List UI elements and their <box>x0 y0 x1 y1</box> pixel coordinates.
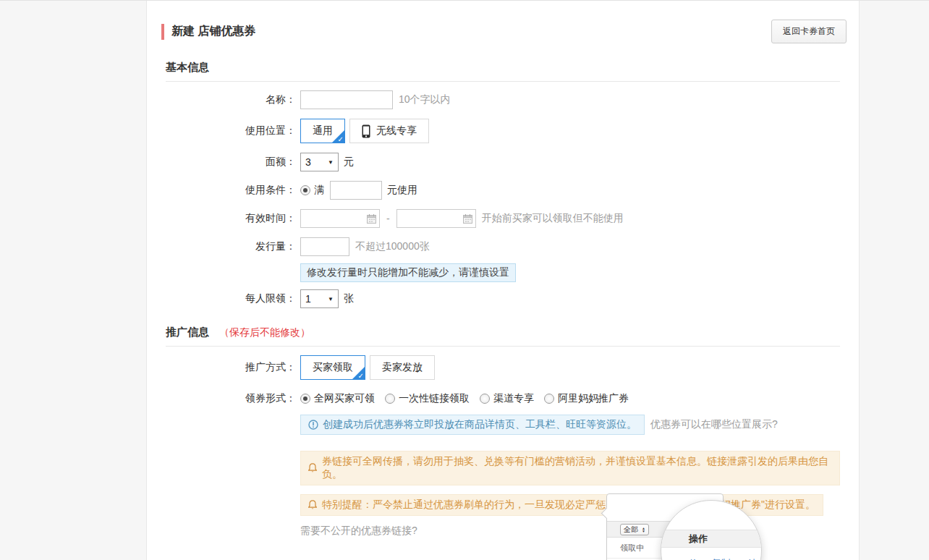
condition-suffix: 元使用 <box>387 184 417 197</box>
issue-count-input[interactable] <box>300 237 349 256</box>
issue-count-hint: 不超过100000张 <box>355 240 430 253</box>
basic-info-form: 名称： 10个字以内 使用位置： 通用 ✓ 无线专享 面额： 3 ▼ <box>147 82 859 308</box>
page-header: 新建 店铺优惠券 返回卡券首页 <box>147 1 859 43</box>
method-buyer-claim-toggle[interactable]: 买家领取 ✓ <box>300 355 365 380</box>
valid-time-label: 有效时间： <box>166 212 296 225</box>
claim-onetime-link-label: 一次性链接领取 <box>399 392 470 405</box>
preview-copy-link: 复制链接 <box>712 557 739 560</box>
claim-channel-radio[interactable] <box>480 394 490 404</box>
magnifier-column-header: 操作 <box>661 530 761 548</box>
bell-icon <box>308 463 317 473</box>
calendar-icon <box>367 213 376 226</box>
limit-unit: 张 <box>344 292 354 305</box>
condition-row: 使用条件： 满 元使用 <box>166 181 840 200</box>
name-hint: 10个字以内 <box>399 93 451 106</box>
issue-count-row: 发行量： 不超过100000张 <box>166 237 840 256</box>
condition-man-label: 满 <box>314 184 324 197</box>
promo-method-label: 推广方式： <box>166 361 296 374</box>
position-general-label: 通用 <box>313 124 333 137</box>
per-person-limit-select[interactable]: 1 ▼ <box>300 289 339 308</box>
position-wireless-label: 无线专享 <box>376 124 417 137</box>
magnifier-links: 修改 复制链接 结束 <box>661 548 761 560</box>
info-tip-box: 创建成功后优惠券将立即投放在商品详情页、工具栏、旺旺等资源位。 <box>300 415 645 435</box>
preview-filter-value: 全部 <box>624 525 638 535</box>
name-label: 名称： <box>166 93 296 106</box>
method-seller-send-label: 卖家发放 <box>382 361 423 374</box>
amount-select[interactable]: 3 ▼ <box>300 153 339 171</box>
per-person-limit-row: 每人限领： 1 ▼ 张 <box>166 289 840 308</box>
title-accent-bar <box>161 24 164 40</box>
position-wireless-toggle[interactable]: 无线专享 <box>349 119 429 143</box>
back-to-cards-home-button[interactable]: 返回卡券首页 <box>771 20 847 43</box>
position-general-toggle[interactable]: 通用 ✓ <box>300 119 345 143</box>
claim-alimama-radio[interactable] <box>544 394 554 404</box>
calendar-icon <box>463 213 472 226</box>
promotion-info-title: 推广信息 <box>166 326 209 339</box>
claim-type-row: 领券形式： 全网买家可领 一次性链接领取 渠道专享 阿里妈妈推广券 <box>166 392 840 405</box>
preview-end-link: 结束 <box>748 557 762 560</box>
amount-unit: 元 <box>344 156 354 169</box>
claim-onetime-link-radio[interactable] <box>385 394 395 404</box>
check-icon: ✓ <box>338 136 344 143</box>
warning-link-row: 券链接可全网传播，请勿用于抽奖、兑换等有门槛的营销活动，并谨慎设置基本信息。链接… <box>166 451 840 485</box>
claim-type-label: 领券形式： <box>166 392 296 405</box>
preview-filter-select: 全部 ▲▼ <box>620 524 649 535</box>
info-circle-icon <box>308 420 318 430</box>
amount-value: 3 <box>305 156 311 168</box>
select-updown-icon: ▲▼ <box>642 527 645 533</box>
claim-all-buyers-label: 全网买家可领 <box>314 392 375 405</box>
issue-count-label: 发行量： <box>166 240 296 253</box>
warning-link-box: 券链接可全网传播，请勿用于抽奖、兑换等有门槛的营销活动，并谨慎设置基本信息。链接… <box>300 451 840 485</box>
check-icon: ✓ <box>358 373 364 380</box>
info-tip-text: 创建成功后优惠券将立即投放在商品详情页、工具栏、旺旺等资源位。 <box>323 418 637 431</box>
warning-link-text: 券链接可全网传播，请勿用于抽奖、兑换等有门槛的营销活动，并谨慎设置基本信息。链接… <box>322 455 832 481</box>
preview-modify-link: 修改 <box>689 557 703 560</box>
amount-label: 面额： <box>166 156 296 169</box>
issue-notice: 修改发行量时只能增加不能减少，请谨慎设置 <box>300 263 516 282</box>
claim-channel-label: 渠道专享 <box>493 392 534 405</box>
use-position-label: 使用位置： <box>166 124 296 137</box>
use-position-row: 使用位置： 通用 ✓ 无线专享 <box>166 119 840 143</box>
coupon-create-panel: 新建 店铺优惠券 返回卡券首页 基本信息 名称： 10个字以内 使用位置： 通用… <box>146 1 860 560</box>
basic-info-title: 基本信息 <box>166 61 209 75</box>
name-row: 名称： 10个字以内 <box>166 90 840 109</box>
claim-all-buyers-radio[interactable] <box>300 394 310 404</box>
amount-row: 面额： 3 ▼ 元 <box>166 153 840 171</box>
method-seller-send-toggle[interactable]: 卖家发放 <box>370 355 435 380</box>
condition-radio[interactable] <box>300 185 310 195</box>
date-range-separator: - <box>386 213 390 224</box>
issue-notice-row: 修改发行量时只能增加不能减少，请谨慎设置 <box>166 263 840 282</box>
bell-icon <box>308 500 317 510</box>
method-buyer-claim-label: 买家领取 <box>313 361 353 374</box>
promotion-info-note: （保存后不能修改） <box>219 326 310 339</box>
private-link-question[interactable]: 需要不公开的优惠券链接? <box>300 525 417 538</box>
limit-value: 1 <box>305 293 311 305</box>
phone-icon <box>362 124 370 138</box>
condition-label: 使用条件： <box>166 184 296 197</box>
valid-time-row: 有效时间： - 开始前买家可以领取但不能使用 <box>166 209 840 228</box>
condition-amount-input[interactable] <box>330 181 382 200</box>
valid-time-hint: 开始前买家可以领取但不能使用 <box>482 212 624 225</box>
page-title: 新建 店铺优惠券 <box>171 24 255 39</box>
claim-alimama-label: 阿里妈妈推广券 <box>558 392 629 405</box>
per-person-limit-label: 每人限领： <box>166 292 296 305</box>
promo-method-row: 推广方式： 买家领取 ✓ 卖家发放 <box>166 355 840 380</box>
name-input[interactable] <box>300 90 393 109</box>
caret-down-icon: ▼ <box>328 159 334 166</box>
caret-down-icon: ▼ <box>328 296 334 302</box>
promotion-info-section-header: 推广信息 （保存后不能修改） <box>166 326 840 347</box>
info-tip-row: 创建成功后优惠券将立即投放在商品详情页、工具栏、旺旺等资源位。 优惠券可以在哪些… <box>166 415 840 435</box>
display-positions-help-link[interactable]: 优惠券可以在哪些位置展示? <box>650 418 778 431</box>
basic-info-section-header: 基本信息 <box>166 61 840 82</box>
